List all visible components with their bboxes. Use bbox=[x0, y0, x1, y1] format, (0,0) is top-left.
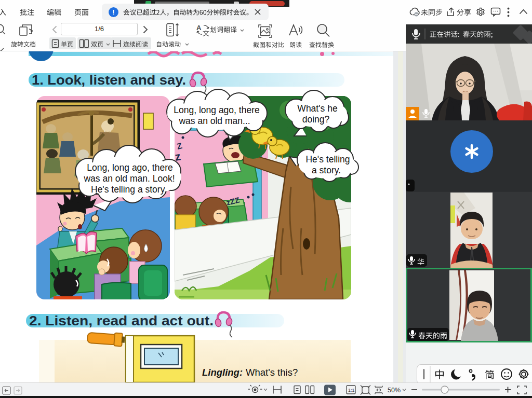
svg-text:He's telling: He's telling bbox=[305, 154, 350, 164]
svg-text:What's this?: What's this? bbox=[246, 367, 298, 378]
svg-text:a story.: a story. bbox=[312, 165, 341, 175]
svg-text:1. Look, listen and say.: 1. Look, listen and say. bbox=[32, 72, 186, 88]
svg-text:He's telling a story.: He's telling a story. bbox=[91, 184, 167, 195]
svg-text:1:1: 1:1 bbox=[348, 388, 355, 393]
svg-text:Long, long ago, there: Long, long ago, there bbox=[174, 105, 259, 115]
svg-text:Long, long ago, there: Long, long ago, there bbox=[87, 162, 172, 173]
svg-text:What's he: What's he bbox=[297, 103, 337, 114]
svg-text:2. Listen, read and act out.: 2. Listen, read and act out. bbox=[29, 313, 214, 328]
svg-text:was an old man. Look!: was an old man. Look! bbox=[83, 173, 175, 184]
svg-text:was an old man...: was an old man... bbox=[178, 116, 250, 126]
svg-text:50%: 50% bbox=[388, 387, 401, 394]
svg-text:A: A bbox=[196, 24, 202, 32]
svg-text:doing?: doing? bbox=[302, 114, 330, 125]
svg-text:Lingling:: Lingling: bbox=[202, 367, 243, 378]
